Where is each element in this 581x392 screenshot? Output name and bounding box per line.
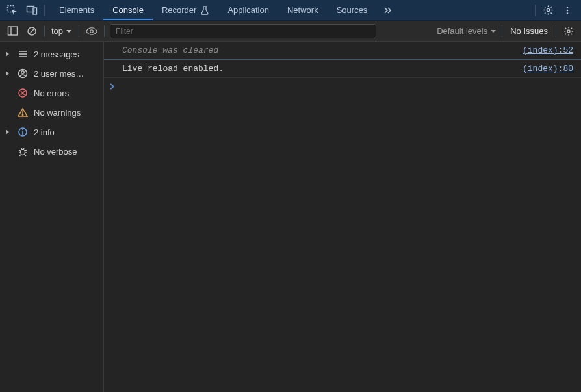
toolbar-divider-3: [104, 25, 105, 37]
settings-gear-icon[interactable]: [541, 3, 555, 18]
console-row-cleared: Console was cleared (index):52: [104, 42, 581, 60]
tab-overflow[interactable]: [376, 0, 400, 20]
tab-recorder[interactable]: Recorder: [153, 0, 218, 20]
console-toolbar: top Default levels No Issues: [0, 21, 581, 42]
tab-sources[interactable]: Sources: [328, 0, 377, 20]
info-icon: [18, 127, 28, 137]
list-icon: [18, 49, 28, 59]
source-link[interactable]: (index):80: [523, 64, 573, 73]
kebab-menu-icon[interactable]: [560, 3, 575, 18]
caret-right-icon: [5, 70, 10, 77]
sidebar-item-verbose[interactable]: No verbose: [0, 142, 103, 161]
inspect-element-icon[interactable]: [5, 3, 19, 18]
sidebar-label: 2 messages: [34, 49, 79, 59]
svg-point-6: [567, 12, 569, 14]
console-prompt[interactable]: [104, 78, 581, 95]
svg-point-25: [22, 129, 23, 131]
sidebar-label: 2 info: [34, 127, 55, 137]
filter-input[interactable]: [110, 24, 376, 38]
device-toolbar-icon[interactable]: [25, 3, 39, 18]
sidebar-item-errors[interactable]: No errors: [0, 83, 103, 103]
sidebar-label: No errors: [34, 88, 69, 98]
svg-rect-7: [8, 27, 17, 35]
prompt-chevron-icon: [109, 83, 116, 90]
tab-console[interactable]: Console: [103, 0, 153, 20]
log-levels-selector[interactable]: Default levels: [437, 26, 497, 36]
svg-line-32: [25, 155, 26, 156]
context-selector[interactable]: top: [50, 26, 73, 36]
toolbar-divider-1: [44, 25, 45, 37]
console-text: Console was cleared: [122, 46, 218, 55]
sidebar-label: No warnings: [34, 108, 81, 118]
levels-label: Default levels: [437, 26, 487, 36]
error-icon: [18, 88, 28, 98]
toolbar-divider-4: [502, 25, 502, 37]
sidebar-item-messages[interactable]: 2 messages: [0, 44, 103, 64]
svg-point-17: [21, 71, 24, 73]
tab-application[interactable]: Application: [218, 0, 278, 20]
svg-line-10: [29, 29, 34, 34]
sidebar-label: 2 user mes…: [34, 69, 84, 79]
live-expression-icon[interactable]: [84, 24, 99, 38]
sidebar-item-info[interactable]: 2 info: [0, 122, 103, 142]
svg-point-22: [22, 114, 23, 115]
tab-elements[interactable]: Elements: [50, 0, 103, 20]
svg-point-5: [567, 9, 569, 11]
svg-line-28: [25, 150, 27, 151]
svg-point-11: [90, 29, 94, 33]
issues-button[interactable]: No Issues: [508, 26, 550, 36]
svg-point-26: [21, 150, 25, 155]
bug-icon: [18, 146, 28, 157]
console-text: Live reload enabled.: [122, 64, 224, 73]
svg-line-31: [19, 155, 21, 156]
toolbar-divider-2: [79, 25, 79, 37]
source-link[interactable]: (index):52: [523, 46, 573, 55]
chevron-double-right-icon: [383, 5, 393, 16]
svg-point-12: [567, 30, 570, 33]
console-sidebar: 2 messages 2 user mes… No errors No warn…: [0, 42, 104, 392]
context-label: top: [51, 26, 63, 36]
warning-icon: [18, 107, 28, 118]
tab-network[interactable]: Network: [278, 0, 328, 20]
chevron-down-icon: [490, 28, 497, 34]
clear-console-icon[interactable]: [25, 24, 39, 38]
devtools-tabbar: Elements Console Recorder Application Ne…: [0, 0, 581, 21]
console-settings-gear-icon[interactable]: [562, 24, 576, 38]
user-icon: [18, 68, 28, 79]
tabbar-divider: [44, 5, 45, 16]
tabbar-divider-right: [535, 5, 536, 16]
chevron-down-icon: [66, 28, 72, 34]
toolbar-divider-5: [556, 25, 556, 37]
sidebar-item-user-messages[interactable]: 2 user mes…: [0, 64, 103, 83]
svg-line-27: [19, 150, 21, 151]
svg-point-3: [547, 8, 549, 11]
svg-point-4: [567, 7, 569, 8]
sidebar-item-warnings[interactable]: No warnings: [0, 103, 103, 122]
toggle-sidebar-icon[interactable]: [5, 24, 19, 38]
caret-right-icon: [5, 51, 10, 57]
beaker-icon: [200, 6, 209, 15]
caret-right-icon: [5, 129, 10, 135]
console-output: Console was cleared (index):52 Live relo…: [104, 42, 581, 392]
console-row-log: Live reload enabled. (index):80: [104, 60, 581, 78]
sidebar-label: No verbose: [34, 147, 77, 157]
